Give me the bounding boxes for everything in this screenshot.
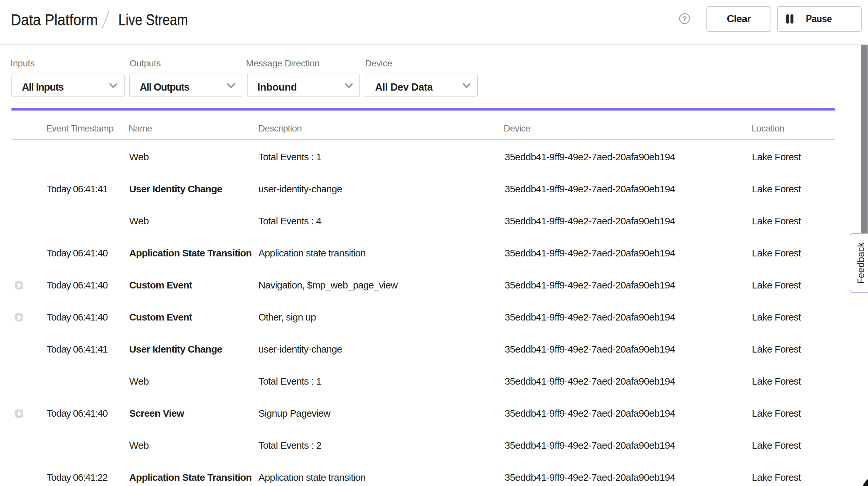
svg-text:?: ? xyxy=(682,15,687,23)
